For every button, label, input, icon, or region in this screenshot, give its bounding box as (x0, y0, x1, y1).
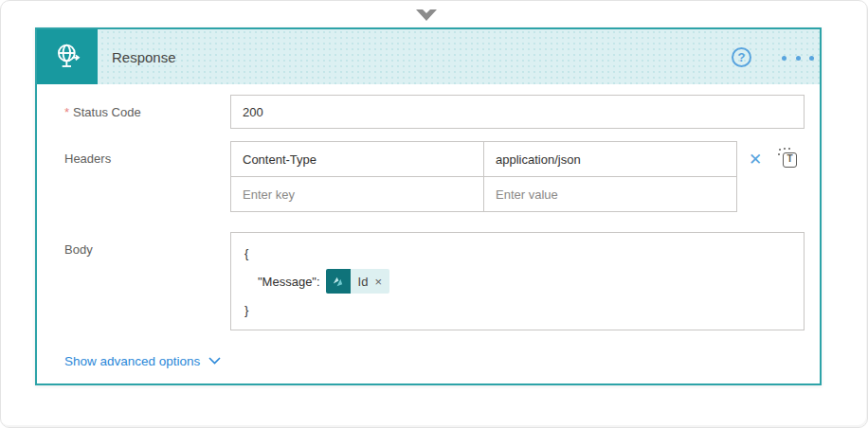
required-marker: * (64, 105, 69, 119)
body-editor[interactable]: { "Message": Id × (230, 232, 805, 330)
help-icon[interactable]: ? (732, 47, 751, 67)
http-response-icon (37, 29, 98, 84)
response-action-card: Response ? * Status Code Headers (35, 27, 822, 385)
show-advanced-options-link[interactable]: Show advanced options (64, 351, 221, 370)
text-mode-icon: T (783, 152, 797, 168)
token-remove-icon[interactable]: × (374, 276, 382, 288)
token-connector-icon (326, 269, 351, 294)
dynamic-content-token[interactable]: Id × (326, 269, 389, 294)
token-label: Id (358, 275, 369, 289)
body-line-close: } (244, 295, 790, 324)
header-row (230, 141, 738, 177)
card-title: Response (112, 29, 176, 84)
status-code-label: * Status Code (64, 95, 141, 129)
card-header[interactable]: Response ? (37, 29, 820, 84)
body-label: Body (64, 232, 93, 266)
chevron-down-icon (208, 357, 221, 365)
new-header-key-input[interactable] (230, 176, 484, 212)
header-value-input[interactable] (483, 141, 737, 177)
header-key-input[interactable] (230, 141, 484, 177)
body-line-message: "Message": Id × (244, 267, 790, 295)
status-code-input[interactable] (230, 95, 805, 129)
switch-headers-text-mode-button[interactable]: T (780, 150, 799, 169)
designer-canvas: Response ? * Status Code Headers (0, 0, 868, 428)
headers-table (230, 141, 738, 212)
new-header-value-input[interactable] (483, 176, 737, 212)
headers-label: Headers (64, 141, 111, 175)
body-line-open: { (244, 239, 790, 267)
header-new-row (230, 176, 738, 212)
delete-header-button[interactable]: ✕ (746, 151, 765, 169)
menu-ellipsis-icon[interactable] (782, 54, 814, 62)
connector-arrow-down-icon (415, 9, 438, 22)
